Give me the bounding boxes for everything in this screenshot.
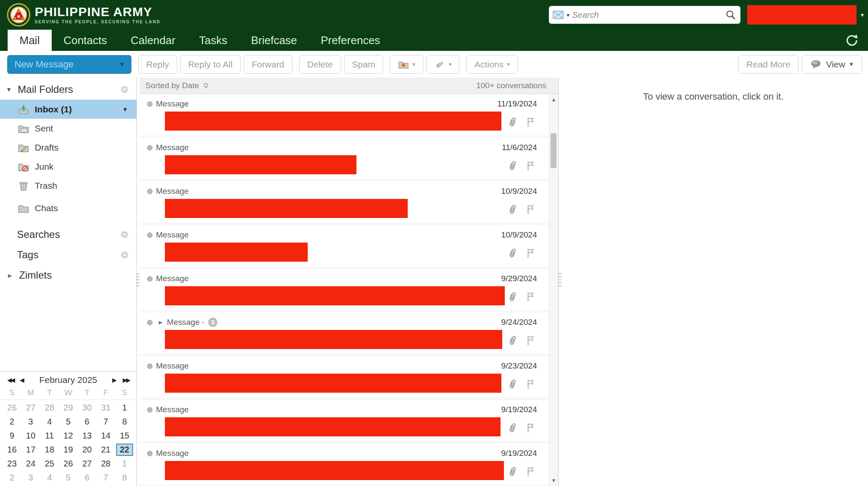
calendar-day[interactable]: 10 [21,429,40,443]
calendar-day[interactable]: 2 [3,471,21,485]
search-icon[interactable] [725,9,736,20]
flag-icon[interactable] [526,248,535,259]
forward-button[interactable]: Forward [244,55,292,74]
calendar-day[interactable]: 7 [96,471,115,485]
tab-calendar[interactable]: Calendar [119,30,187,51]
flag-icon[interactable] [526,117,535,128]
calendar-day[interactable]: 21 [96,443,115,457]
calendar-selected-day[interactable]: 22 [115,443,134,457]
flag-icon[interactable] [526,335,535,346]
scrollbar-thumb[interactable] [551,133,556,168]
tab-preferences[interactable]: Preferences [309,30,392,51]
calendar-day[interactable]: 8 [115,415,134,429]
sidebar-item-zimlets[interactable]: ► Zimlets [0,265,136,285]
calendar-day[interactable]: 17 [21,443,40,457]
zimlets-expand-icon[interactable]: ► [7,272,13,279]
actions-button[interactable]: Actions ▾ [466,55,517,74]
calendar-day[interactable]: 25 [40,457,59,471]
conversation-row[interactable]: ► Message 11/19/2024 [139,94,549,135]
sidebar-resize-grip[interactable] [136,274,139,286]
calendar-day[interactable]: 8 [115,471,134,485]
scroll-down-icon[interactable]: ▼ [549,478,558,483]
calendar-day[interactable]: 2 [3,415,21,429]
calendar-day[interactable]: 4 [40,415,59,429]
search-input[interactable] [572,10,723,20]
read-status-dot-icon[interactable] [147,320,153,325]
sort-by-date[interactable]: Sorted by Date [145,81,209,90]
flag-icon[interactable] [526,379,535,390]
read-status-dot-icon[interactable] [147,407,153,413]
calendar-day[interactable]: 9 [3,429,21,443]
read-status-dot-icon[interactable] [147,363,153,369]
tab-mail[interactable]: Mail [8,30,52,51]
calendar-day[interactable]: 28 [96,457,115,471]
search-type-caret-icon[interactable]: ▾ [567,12,570,18]
read-status-dot-icon[interactable] [147,101,153,107]
tag-button[interactable]: ▾ [426,55,460,74]
flag-icon[interactable] [526,422,535,433]
calendar-day[interactable]: 16 [3,443,21,457]
sidebar-item-sent[interactable]: Sent [0,119,136,138]
new-message-button[interactable]: New Message ▼ [7,55,131,74]
calendar-day[interactable]: 5 [59,415,78,429]
calendar-day[interactable]: 30 [78,401,96,415]
calendar-day[interactable]: 6 [78,415,96,429]
delete-button[interactable]: Delete [299,55,341,74]
list-scrollbar[interactable]: ▲ ▼ [549,94,558,486]
calendar-day[interactable]: 7 [96,415,115,429]
calendar-day[interactable]: 5 [59,471,78,485]
sidebar-item-junk[interactable]: Junk [0,157,136,176]
account-caret-icon[interactable]: ▾ [861,11,864,18]
calendar-day[interactable]: 20 [78,443,96,457]
calendar-day[interactable]: 11 [40,429,59,443]
calendar-day[interactable]: 23 [3,457,21,471]
calendar-day[interactable]: 12 [59,429,78,443]
reply-button[interactable]: Reply [138,55,177,74]
spam-button[interactable]: Spam [344,55,384,74]
refresh-icon[interactable] [845,34,859,47]
inbox-caret-icon[interactable]: ▼ [122,106,128,113]
new-message-caret-icon[interactable]: ▼ [119,61,125,68]
sidebar-item-searches[interactable]: Searches [0,224,136,245]
folders-gear-icon[interactable] [120,84,130,95]
calendar-day[interactable]: 27 [21,401,40,415]
calendar-next-month-icon[interactable]: ▶ [109,377,120,383]
flag-icon[interactable] [526,466,535,477]
tab-tasks[interactable]: Tasks [187,30,239,51]
calendar-day[interactable]: 26 [59,457,78,471]
calendar-day[interactable]: 14 [96,429,115,443]
calendar-day[interactable]: 15 [115,429,134,443]
calendar-day[interactable]: 24 [21,457,40,471]
calendar-prev-month-icon[interactable]: ◀ [17,377,28,383]
read-status-dot-icon[interactable] [147,451,153,456]
calendar-day[interactable]: 28 [40,401,59,415]
calendar-day[interactable]: 27 [78,457,96,471]
calendar-day[interactable]: 29 [59,401,78,415]
list-resize-grip[interactable] [558,274,562,286]
scroll-up-icon[interactable]: ▲ [549,97,558,103]
calendar-day[interactable]: 31 [96,401,115,415]
tag-caret-icon[interactable]: ▾ [449,61,452,67]
calendar-day[interactable]: 1 [115,401,134,415]
sidebar-item-trash[interactable]: Trash [0,176,136,195]
expand-conversation-icon[interactable]: ► [158,319,164,326]
conversation-row[interactable]: ► Message 9/23/2024 [139,356,549,397]
flag-icon[interactable] [526,160,535,171]
account-menu-redacted[interactable] [747,5,857,25]
calendar-day[interactable]: 3 [21,471,40,485]
collapse-triangle-icon[interactable]: ▼ [6,86,12,93]
conversation-row[interactable]: ► Message 10/9/2024 [139,225,549,266]
read-status-dot-icon[interactable] [147,145,153,151]
calendar-prev-year-icon[interactable]: ◀◀ [4,377,17,383]
read-status-dot-icon[interactable] [147,232,153,238]
tab-briefcase[interactable]: Briefcase [239,30,309,51]
calendar-next-year-icon[interactable]: ▶▶ [120,377,132,383]
view-button[interactable]: View ▼ [802,55,862,74]
conversation-row[interactable]: ► Message 10/9/2024 [139,182,549,223]
move-button[interactable]: ▾ [390,55,423,74]
calendar-day[interactable]: 26 [3,401,21,415]
mail-folders-header[interactable]: ▼ Mail Folders [0,78,136,100]
sidebar-item-drafts[interactable]: Drafts [0,138,136,157]
read-more-button[interactable]: Read More [738,55,798,74]
calendar-day[interactable]: 3 [21,415,40,429]
